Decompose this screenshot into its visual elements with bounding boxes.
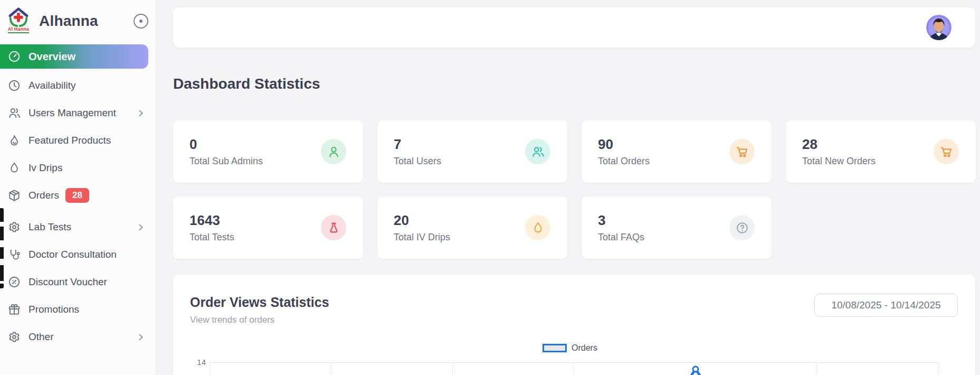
sidebar-item-orders[interactable]: Orders 28: [0, 182, 156, 209]
sidebar-item-promotions[interactable]: Promotions: [0, 296, 156, 323]
chart-title: Order Views Statistics: [190, 295, 329, 310]
flask-icon: [321, 215, 346, 240]
alhanna-logo-icon: Al Hanna: [5, 6, 32, 36]
orders-line-series: [633, 362, 802, 375]
sidebar-item-iv-drips[interactable]: Iv Drips: [0, 154, 156, 182]
flame-icon: [7, 134, 21, 147]
sidebar-menu: Overview Availability Users Management: [0, 44, 156, 351]
sidebar-item-overview[interactable]: Overview: [0, 44, 148, 69]
gridline-vertical: [574, 362, 574, 375]
chevron-right-icon: [136, 224, 143, 231]
edge-tab[interactable]: [0, 208, 4, 288]
stat-card-total-sub-admins: 0 Total Sub Admins: [173, 120, 363, 183]
stethoscope-icon: [7, 248, 21, 261]
sidebar-item-label: Discount Voucher: [28, 276, 107, 288]
sidebar-item-label: Users Management: [28, 107, 116, 119]
stat-cards: 0 Total Sub Admins 7 Total Users 90 Tota…: [173, 120, 976, 259]
question-circle-icon: [729, 215, 755, 240]
sidebar-item-label: Iv Drips: [28, 162, 62, 174]
sidebar-item-label: Lab Tests: [28, 221, 71, 233]
users-icon: [525, 139, 550, 164]
logo-row: Al Hanna Alhanna: [0, 0, 156, 38]
gridline-vertical: [816, 362, 817, 375]
sidebar-item-availability[interactable]: Availability: [0, 72, 156, 99]
gear-icon: [7, 220, 21, 234]
topbar: [173, 7, 975, 48]
droplet-icon: [7, 161, 21, 175]
logo-wordmark: Al Hanna: [8, 27, 30, 32]
gauge-icon: [7, 50, 21, 63]
user-icon: [321, 139, 346, 164]
stat-card-total-orders: 90 Total Orders: [582, 120, 772, 183]
sidebar-item-users-management[interactable]: Users Management: [0, 99, 156, 127]
page-title: Dashboard Statistics: [173, 76, 320, 92]
sidebar-item-other[interactable]: Other: [0, 323, 156, 351]
gridline-vertical: [452, 362, 453, 375]
cart-icon: [729, 139, 755, 164]
gift-icon: [7, 303, 21, 316]
clock-icon: [7, 79, 21, 92]
app-title: Alhanna: [39, 13, 98, 30]
stat-card-total-new-orders: 28 Total New Orders: [786, 120, 976, 183]
gridline-vertical: [331, 362, 331, 375]
gridline-vertical: [938, 362, 938, 375]
stat-card-total-faqs: 3 Total FAQs: [582, 196, 772, 259]
sidebar-item-label: Promotions: [28, 304, 79, 315]
chart-legend[interactable]: Orders: [543, 343, 597, 353]
chevron-right-icon: [136, 110, 143, 117]
sidebar-item-label: Overview: [28, 51, 75, 63]
sidebar-item-label: Featured Products: [28, 135, 111, 146]
logo-tagline-bar: [8, 32, 29, 33]
date-range-input[interactable]: [814, 294, 958, 317]
gridline-vertical: [210, 362, 210, 375]
chevron-right-icon: [136, 334, 143, 341]
sidebar-item-lab-tests[interactable]: Lab Tests: [0, 213, 156, 241]
gear-icon: [7, 330, 21, 344]
sidebar-item-label: Orders: [28, 190, 59, 201]
legend-swatch-orders: [543, 344, 567, 352]
percent-circle-icon: [7, 275, 21, 289]
cart-icon: [934, 139, 959, 164]
sidebar-item-doctor-consultation[interactable]: Doctor Consultation: [0, 241, 156, 268]
legend-label: Orders: [572, 343, 597, 353]
sidebar-item-label: Other: [28, 331, 54, 343]
orders-count-badge: 28: [65, 188, 89, 203]
chart-subtitle: View trends of orders: [190, 315, 274, 325]
y-axis-tick-14: 14: [183, 358, 206, 367]
sidebar: Al Hanna Alhanna Overview Availability: [0, 0, 156, 375]
stat-card-total-users: 7 Total Users: [377, 120, 567, 183]
sidebar-item-label: Availability: [28, 80, 75, 91]
sidebar-toggle-icon[interactable]: [134, 14, 148, 29]
sidebar-item-label: Doctor Consultation: [28, 249, 117, 260]
sidebar-item-discount-voucher[interactable]: Discount Voucher: [0, 268, 156, 296]
package-icon: [7, 189, 21, 202]
stat-card-total-iv-drips: 20 Total IV Drips: [377, 196, 567, 259]
order-views-statistics-card: Order Views Statistics View trends of or…: [173, 275, 975, 375]
sidebar-item-featured-products[interactable]: Featured Products: [0, 127, 156, 154]
stat-card-total-tests: 1643 Total Tests: [173, 196, 363, 259]
users-icon: [7, 106, 21, 120]
user-avatar[interactable]: [926, 15, 952, 40]
droplet-icon: [525, 215, 550, 240]
